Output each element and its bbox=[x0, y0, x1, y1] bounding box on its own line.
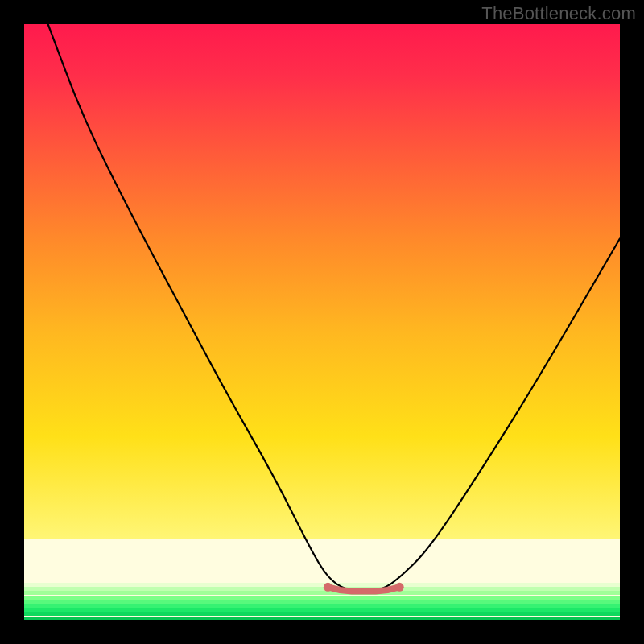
curve-svg bbox=[24, 24, 620, 620]
bottleneck-curve-path bbox=[48, 24, 620, 590]
trough-marker bbox=[385, 588, 390, 592]
chart-frame: TheBottleneck.com bbox=[0, 0, 644, 644]
trough-marker bbox=[373, 588, 378, 593]
trough-marker bbox=[337, 588, 342, 592]
trough-marker bbox=[361, 588, 366, 593]
plot-area bbox=[24, 24, 620, 620]
watermark-text: TheBottleneck.com bbox=[481, 3, 636, 24]
trough-endpoint-marker bbox=[324, 583, 332, 592]
trough-endpoint-marker bbox=[395, 583, 404, 592]
trough-marker bbox=[349, 588, 354, 593]
